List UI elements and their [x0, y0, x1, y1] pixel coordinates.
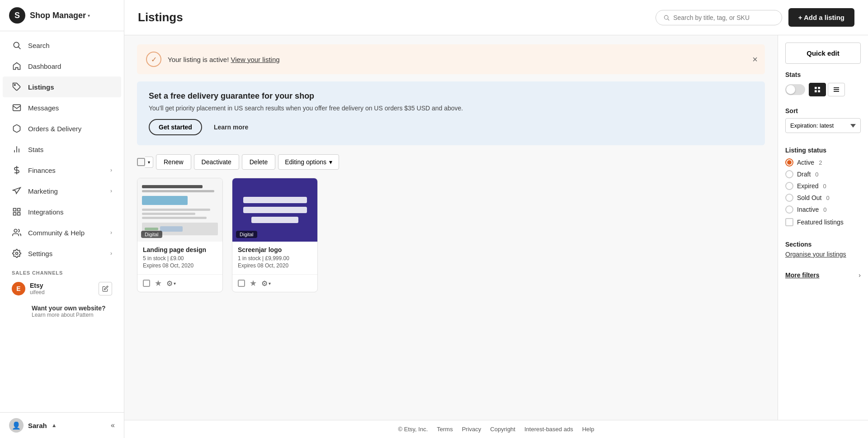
- listing-card-footer-2: ★ ⚙ ▾: [232, 274, 317, 292]
- listing-star-2[interactable]: ★: [250, 278, 257, 288]
- pattern-channel[interactable]: Want your own website? Learn more about …: [3, 300, 121, 323]
- more-filters-row[interactable]: More filters ›: [785, 271, 861, 279]
- more-filters-chevron: ›: [859, 271, 861, 279]
- digital-badge-1: Digital: [141, 231, 162, 238]
- sidebar-item-marketing[interactable]: Marketing ›: [3, 181, 121, 201]
- svg-rect-19: [818, 90, 820, 92]
- etsy-channel: E Etsy uifeed: [3, 277, 121, 300]
- status-option-draft[interactable]: Draft 0: [785, 170, 861, 178]
- sort-select[interactable]: Expiration: latest Expiration: oldest Pr…: [785, 118, 861, 133]
- status-expired-count: 0: [823, 183, 826, 190]
- get-started-button[interactable]: Get started: [149, 119, 202, 135]
- svg-point-14: [664, 15, 668, 19]
- sidebar-item-finances[interactable]: Finances ›: [3, 160, 121, 181]
- etsy-edit-button[interactable]: [99, 282, 112, 295]
- svg-rect-10: [14, 213, 16, 215]
- sidebar-item-dashboard[interactable]: Dashboard: [3, 56, 121, 76]
- svg-rect-16: [815, 87, 817, 89]
- sidebar-item-stats[interactable]: Stats: [3, 139, 121, 160]
- footer-privacy[interactable]: Privacy: [462, 426, 481, 433]
- status-option-active[interactable]: Active 2: [785, 158, 861, 167]
- svg-rect-18: [815, 90, 817, 92]
- listing-checkbox-2[interactable]: [238, 280, 245, 287]
- search-label: Search: [28, 42, 50, 49]
- footer-copyright-link[interactable]: Copyright: [490, 426, 515, 433]
- banner-close-button[interactable]: ×: [752, 54, 758, 65]
- renew-button[interactable]: Renew: [156, 154, 191, 170]
- select-all-checkbox-group: ▾: [137, 157, 153, 168]
- search-box[interactable]: [656, 10, 782, 25]
- svg-rect-9: [18, 209, 20, 211]
- status-option-expired[interactable]: Expired 0: [785, 182, 861, 190]
- footer-terms[interactable]: Terms: [437, 426, 453, 433]
- marketing-chevron: ›: [110, 188, 112, 194]
- status-option-inactive[interactable]: Inactive 0: [785, 205, 861, 214]
- listing-gear-1[interactable]: ⚙ ▾: [166, 279, 176, 288]
- listing-stock-2: 1 in stock | £9,999.00: [238, 255, 312, 262]
- list-view-button[interactable]: [828, 83, 845, 96]
- learn-more-button[interactable]: Learn more: [208, 119, 255, 135]
- radio-soldout: [785, 194, 793, 202]
- sidebar-item-settings[interactable]: Settings ›: [3, 243, 121, 264]
- listing-checkbox-1[interactable]: [143, 280, 150, 287]
- user-caret: ▲: [52, 422, 57, 428]
- footer-interest-ads[interactable]: Interest-based ads: [524, 426, 573, 433]
- grid-view-button[interactable]: [809, 83, 826, 96]
- page-title: Listings: [138, 10, 183, 24]
- featured-label: Featured listings: [797, 219, 844, 226]
- svg-point-0: [14, 42, 19, 48]
- listing-thumbnail: Digital: [137, 178, 222, 242]
- featured-listings-row[interactable]: Featured listings: [785, 218, 861, 226]
- search-input[interactable]: [673, 14, 774, 21]
- featured-checkbox: [785, 218, 793, 226]
- status-option-soldout[interactable]: Sold Out 0: [785, 194, 861, 202]
- view-listing-link[interactable]: View your listing: [231, 56, 280, 63]
- footer-help[interactable]: Help: [582, 426, 594, 433]
- pattern-title: Want your own website?: [32, 305, 112, 312]
- screenjar-line-3: [251, 217, 298, 223]
- stats-section: Stats: [778, 71, 868, 107]
- sidebar-item-orders[interactable]: Orders & Delivery: [3, 118, 121, 139]
- listing-info-2: Screenjar logo 1 in stock | £9,999.00 Ex…: [232, 242, 317, 274]
- success-check-icon: ✓: [146, 52, 161, 67]
- screenjar-line-1: [243, 197, 307, 203]
- status-active-label: Active: [797, 159, 814, 166]
- sidebar-item-search[interactable]: Search: [3, 35, 121, 56]
- listing-status-section: Listing status Active 2 Draft 0: [778, 140, 868, 233]
- listing-card-footer-1: ★ ⚙ ▾: [137, 274, 222, 292]
- collapse-sidebar-button[interactable]: «: [111, 421, 115, 429]
- radio-draft: [785, 170, 793, 178]
- listing-info: Landing page design 5 in stock | £9.00 E…: [137, 242, 222, 274]
- user-name: Sarah: [28, 422, 47, 429]
- box-icon: [12, 124, 22, 133]
- more-filters-section: More filters ›: [778, 265, 868, 286]
- status-soldout-count: 0: [826, 195, 829, 201]
- etsy-icon: E: [12, 282, 25, 295]
- select-dropdown-button[interactable]: ▾: [145, 157, 153, 168]
- sidebar-item-messages[interactable]: Messages: [3, 97, 121, 118]
- select-all-checkbox[interactable]: [137, 158, 145, 166]
- delete-button[interactable]: Delete: [242, 154, 275, 170]
- status-inactive-count: 0: [823, 206, 826, 213]
- radio-dot-active: [787, 160, 792, 165]
- mail-icon: [12, 103, 22, 113]
- shop-manager-title[interactable]: Shop Manager ▾: [30, 11, 90, 20]
- editing-options-button[interactable]: Editing options ▾: [278, 154, 339, 170]
- stats-toggle-switch[interactable]: [785, 84, 805, 95]
- listing-gear-2[interactable]: ⚙ ▾: [261, 279, 271, 288]
- add-listing-button[interactable]: + Add a listing: [788, 8, 854, 27]
- deactivate-button[interactable]: Deactivate: [194, 154, 239, 170]
- sidebar-item-integrations[interactable]: Integrations: [3, 201, 121, 222]
- listing-star-1[interactable]: ★: [155, 278, 162, 288]
- sidebar-item-community[interactable]: Community & Help ›: [3, 222, 121, 243]
- search-box-icon: [663, 14, 670, 21]
- quick-edit-button[interactable]: Quick edit: [785, 43, 861, 64]
- etsy-info: Etsy uifeed: [30, 282, 94, 295]
- listing-card: Digital Screenjar logo 1 in stock | £9,9…: [232, 178, 318, 292]
- svg-line-15: [668, 19, 669, 20]
- sidebar-item-listings[interactable]: Listings: [3, 76, 121, 97]
- integrations-label: Integrations: [28, 208, 63, 216]
- promo-title: Set a free delivery guarantee for your s…: [149, 91, 753, 101]
- orders-label: Orders & Delivery: [28, 125, 81, 133]
- organise-link[interactable]: Organise your listings: [785, 251, 846, 258]
